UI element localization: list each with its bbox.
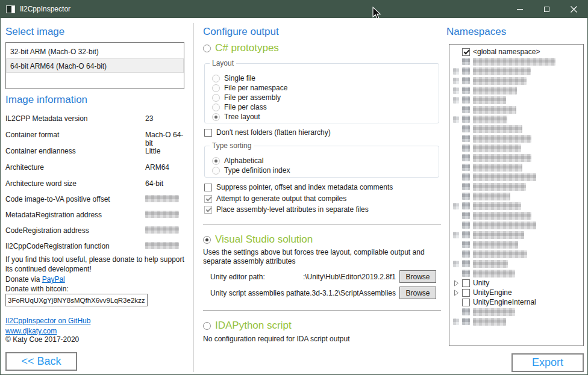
- idapython-script-radio[interactable]: IDAPython script: [203, 320, 292, 332]
- radio-icon: [212, 75, 220, 82]
- namespace-item-redacted[interactable]: [449, 230, 583, 240]
- close-button[interactable]: [560, 0, 587, 18]
- redacted-namespace-rows: [449, 307, 583, 326]
- redacted-namespace-label: [473, 231, 524, 239]
- namespace-item-redacted[interactable]: [449, 153, 583, 163]
- namespace-item-unityengine[interactable]: UnityEngine: [449, 288, 583, 297]
- layout-groupbox-title: Layout: [210, 59, 236, 67]
- namespace-item-redacted[interactable]: [449, 163, 583, 172]
- visual-studio-solution-radio[interactable]: Visual Studio solution: [203, 234, 313, 246]
- copyright-text: © Katy Coe 2017-2020: [5, 335, 186, 344]
- attempt-compile-checkbox[interactable]: Attempt to generate output that compiles: [204, 194, 346, 203]
- option-label: File per namespace: [224, 84, 287, 92]
- namespace-item-redacted[interactable]: [449, 191, 583, 201]
- unity-script-path-label: Unity script assemblies path:: [210, 289, 302, 297]
- namespace-item-redacted[interactable]: [449, 76, 583, 85]
- info-value: Little: [145, 147, 160, 155]
- namespace-item-redacted[interactable]: [449, 134, 583, 143]
- namespace-item-redacted[interactable]: [449, 201, 583, 211]
- namespace-item-global[interactable]: <global namespace>: [449, 47, 583, 57]
- namespace-item-redacted[interactable]: [449, 114, 583, 124]
- namespace-item-redacted[interactable]: [449, 85, 583, 95]
- bitcoin-address-input[interactable]: [5, 294, 148, 306]
- checkbox-label: Place assembly-level attributes in separ…: [216, 205, 369, 214]
- layout-option-file-per-class[interactable]: File per class: [212, 102, 439, 112]
- image-information-title: Image information: [5, 94, 87, 106]
- redacted-namespace-label: [473, 144, 521, 152]
- namespace-item-redacted[interactable]: [449, 268, 583, 278]
- redacted-checkbox: [462, 183, 470, 190]
- layout-option-tree-layout[interactable]: Tree layout: [212, 112, 439, 122]
- github-link[interactable]: Il2CppInspector on GitHub: [5, 317, 90, 325]
- unity-editor-path-value: :\Unity\Hub\Editor\2019.2.8f1: [303, 273, 396, 281]
- info-row: Container format Mach-O 64-bit: [5, 131, 186, 140]
- redacted-checkbox: [462, 318, 470, 325]
- namespace-item-redacted[interactable]: [449, 220, 583, 230]
- redacted-namespace-label: [473, 318, 506, 326]
- redacted-checkbox: [462, 96, 470, 104]
- namespace-item-redacted[interactable]: [449, 124, 583, 134]
- namespace-item-redacted[interactable]: [449, 259, 583, 268]
- radio-icon: [212, 167, 220, 175]
- redacted-checkbox: [462, 77, 470, 84]
- back-button[interactable]: << Back: [5, 352, 77, 371]
- donate-paypal-line: Donate via PayPal: [5, 274, 186, 284]
- export-button[interactable]: Export: [511, 353, 584, 372]
- csharp-prototypes-radio[interactable]: C# prototypes: [203, 42, 279, 54]
- redacted-namespace-label: [473, 164, 522, 172]
- layout-option-file-per-assembly[interactable]: File per assembly: [212, 93, 439, 102]
- namespace-item-redacted[interactable]: [449, 143, 583, 153]
- unity-editor-path-label: Unity editor path:: [210, 273, 265, 281]
- unity-editor-browse-button[interactable]: Browse: [399, 270, 436, 283]
- redacted-checkbox: [462, 58, 470, 65]
- sorting-option-type-definition-index[interactable]: Type definition index: [212, 166, 439, 175]
- assembly-attributes-checkbox[interactable]: Place assembly-level attributes in separ…: [204, 205, 369, 214]
- option-label: Type definition index: [224, 166, 290, 175]
- redacted-expander: [453, 318, 459, 325]
- redacted-checkbox: [462, 87, 470, 94]
- dont-nest-checkbox[interactable]: Don't nest folders (flatten hierarchy): [204, 128, 331, 137]
- minimize-button[interactable]: [506, 0, 533, 18]
- suppress-comments-checkbox[interactable]: Suppress pointer, offset and index metad…: [204, 183, 393, 191]
- checkbox-label: Attempt to generate output that compiles: [216, 194, 346, 203]
- namespace-item-redacted[interactable]: [449, 66, 583, 76]
- unity-script-browse-button[interactable]: Browse: [399, 287, 436, 299]
- select-image-title: Select image: [5, 26, 64, 38]
- redacted-expander: [453, 97, 459, 104]
- layout-option-file-per-namespace[interactable]: File per namespace: [212, 83, 439, 93]
- namespace-item-redacted[interactable]: [449, 240, 583, 249]
- checkbox-icon: [462, 289, 470, 297]
- option-label: Single file: [224, 74, 255, 82]
- namespace-item-redacted[interactable]: [449, 57, 583, 66]
- namespace-item-redacted[interactable]: [449, 105, 583, 114]
- title-bar: Il2CppInspector: [1, 0, 587, 18]
- checkbox-icon-checked: [462, 48, 470, 56]
- namespace-label: <global namespace>: [473, 48, 540, 56]
- csharp-prototypes-label: C# prototypes: [215, 42, 279, 54]
- idapython-description: No configuration required for IDA script…: [203, 335, 439, 344]
- radio-icon-selected: [212, 157, 220, 165]
- namespace-item-redacted[interactable]: [449, 182, 583, 191]
- maximize-button[interactable]: [533, 0, 560, 18]
- website-link[interactable]: www.djkaty.com: [5, 327, 57, 335]
- redacted-expander: [453, 261, 459, 267]
- checkbox-icon: [462, 279, 470, 287]
- image-list-item[interactable]: 32-bit ARM (Mach-O 32-bit): [6, 44, 184, 58]
- namespace-item-unityengineinternal[interactable]: UnityEngineInternal: [449, 297, 583, 307]
- image-list-item-selected[interactable]: 64-bit ARM64 (Mach-O 64-bit): [6, 58, 184, 73]
- namespace-item-redacted[interactable]: [449, 172, 583, 182]
- layout-option-single-file[interactable]: Single file: [212, 73, 439, 83]
- namespace-item-redacted[interactable]: [449, 95, 583, 105]
- namespace-item-unity[interactable]: Unity: [449, 278, 583, 288]
- paypal-link[interactable]: PayPal: [42, 275, 65, 284]
- redacted-checkbox: [462, 202, 470, 209]
- app-window: Il2CppInspector Select image 32-bit ARM …: [0, 0, 588, 375]
- sorting-option-alphabetical[interactable]: Alphabetical: [212, 156, 439, 166]
- expander-icon[interactable]: [453, 290, 459, 296]
- namespace-item-redacted[interactable]: [449, 317, 583, 326]
- namespace-item-redacted[interactable]: [449, 211, 583, 220]
- namespace-item-redacted[interactable]: [449, 307, 583, 317]
- namespace-item-redacted[interactable]: [449, 249, 583, 259]
- redacted-expander: [453, 203, 459, 209]
- expander-icon[interactable]: [453, 280, 459, 287]
